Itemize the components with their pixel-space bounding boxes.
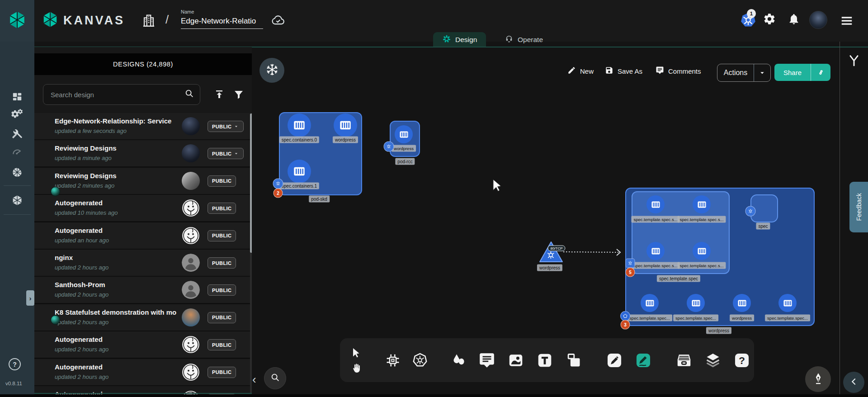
panel-expand-chevron[interactable]: › bbox=[26, 290, 34, 306]
container-node[interactable] bbox=[288, 113, 311, 137]
owner-avatar[interactable] bbox=[182, 117, 200, 135]
hand-tool-icon[interactable] bbox=[351, 363, 362, 373]
sidebar-item-kanvas[interactable] bbox=[6, 191, 28, 209]
media-tool-icon[interactable] bbox=[507, 352, 524, 369]
comment-tool-icon[interactable] bbox=[478, 352, 495, 369]
owner-avatar[interactable] bbox=[182, 254, 200, 272]
visibility-badge[interactable]: PUBLIC bbox=[208, 367, 236, 378]
text-tool-icon[interactable] bbox=[536, 352, 553, 369]
save-as-button[interactable]: Save As bbox=[605, 66, 642, 76]
visibility-badge[interactable]: PUBLIC bbox=[208, 121, 244, 132]
zoom-tool-button[interactable] bbox=[264, 367, 286, 389]
visibility-badge[interactable]: PUBLIC bbox=[208, 148, 244, 159]
search-icon[interactable] bbox=[184, 89, 194, 100]
design-list-item[interactable]: Autogeneratedupdated 10 minutes agoPUBLI… bbox=[34, 195, 252, 221]
brand[interactable]: KANVAS bbox=[42, 11, 125, 30]
owner-avatar[interactable] bbox=[182, 144, 200, 162]
new-design-button[interactable]: New bbox=[567, 66, 594, 76]
drawer-tool-icon[interactable] bbox=[675, 352, 693, 369]
comments-button[interactable]: Comments bbox=[656, 66, 701, 76]
owner-avatar[interactable] bbox=[182, 172, 200, 190]
user-avatar[interactable] bbox=[809, 11, 827, 29]
kubernetes-badge-icon[interactable] bbox=[384, 142, 394, 152]
sidebar-item-extensions[interactable] bbox=[6, 163, 28, 181]
kubernetes-tool-icon[interactable] bbox=[412, 353, 428, 368]
components-tool-icon[interactable] bbox=[385, 353, 401, 368]
chevron-down-icon[interactable] bbox=[754, 64, 770, 81]
design-list-item[interactable]: Autogeneratedupdated an hour agoPUBLIC bbox=[34, 222, 252, 249]
sidebar-logo-cell[interactable] bbox=[0, 0, 35, 42]
sidebar-item-dashboard[interactable] bbox=[6, 88, 28, 106]
cursor-tool-icon[interactable] bbox=[351, 347, 362, 358]
design-list-item[interactable]: Santhosh-Promupdated 2 hours agoPUBLIC bbox=[34, 277, 252, 303]
share-button[interactable]: Share bbox=[774, 64, 830, 81]
organization-building-icon[interactable] bbox=[141, 13, 156, 30]
service-triangle-node[interactable] bbox=[538, 241, 564, 263]
container-node[interactable] bbox=[641, 294, 659, 312]
validate-branch-icon[interactable] bbox=[847, 53, 861, 69]
pen-mode-button[interactable] bbox=[805, 366, 831, 392]
owner-avatar[interactable] bbox=[182, 281, 200, 299]
scrollbar-thumb[interactable] bbox=[250, 113, 252, 253]
container-node[interactable] bbox=[646, 195, 665, 213]
owner-avatar[interactable] bbox=[182, 199, 200, 217]
help-tool-icon[interactable]: ? bbox=[733, 352, 750, 369]
feedback-tab[interactable]: Feedback bbox=[849, 182, 868, 232]
owner-avatar[interactable] bbox=[182, 363, 200, 381]
owner-avatar[interactable] bbox=[182, 308, 200, 326]
design-list-scrollbar[interactable] bbox=[250, 113, 252, 393]
note-tool-icon[interactable] bbox=[565, 352, 582, 369]
container-node[interactable] bbox=[646, 242, 665, 260]
container-node[interactable] bbox=[693, 242, 711, 260]
network-edge[interactable] bbox=[562, 246, 626, 258]
container-node[interactable] bbox=[733, 294, 751, 312]
visibility-badge[interactable]: PUBLIC bbox=[208, 284, 236, 296]
sidebar-item-performance[interactable] bbox=[6, 143, 28, 161]
design-list-item[interactable]: nginxupdated 2 hours agoPUBLIC bbox=[34, 250, 252, 276]
visibility-badge[interactable]: PUBLIC bbox=[208, 312, 236, 323]
design-list-item[interactable]: Autogeneratedupdated 2 hours agoPUBLIC bbox=[34, 331, 252, 358]
owner-avatar[interactable] bbox=[182, 227, 200, 245]
design-list-item[interactable]: Reviewing Designsupdated a minute agoPUB… bbox=[34, 140, 252, 166]
import-design-icon[interactable] bbox=[213, 88, 226, 101]
container-node[interactable] bbox=[288, 160, 311, 183]
container-node[interactable] bbox=[693, 195, 711, 213]
right-panel-collapse-button[interactable] bbox=[843, 372, 864, 393]
pen-tool-icon[interactable] bbox=[606, 352, 623, 369]
tab-operate[interactable]: Operate bbox=[495, 32, 552, 47]
sketch-tool-icon[interactable] bbox=[635, 352, 652, 369]
visibility-badge[interactable]: PUBLIC bbox=[208, 339, 236, 350]
visibility-badge[interactable]: PUBLIC bbox=[208, 257, 236, 269]
visibility-badge[interactable]: PUBLIC bbox=[208, 203, 236, 214]
conflict-count-badge[interactable]: 2 bbox=[274, 189, 283, 198]
conflict-count-badge[interactable]: 3 bbox=[621, 320, 630, 330]
tab-design[interactable]: Design bbox=[433, 32, 486, 47]
hamburger-menu-icon[interactable] bbox=[840, 14, 854, 29]
shapes-tool-icon[interactable] bbox=[451, 353, 467, 368]
canvas-logo-button[interactable] bbox=[259, 58, 284, 83]
visibility-badge[interactable]: PUBLIC bbox=[208, 175, 236, 187]
design-search-input[interactable] bbox=[43, 91, 184, 99]
sidebar-item-lifecycle[interactable] bbox=[6, 105, 28, 123]
kubernetes-badge-icon[interactable] bbox=[745, 206, 756, 217]
conflict-count-badge[interactable]: 5 bbox=[626, 268, 635, 277]
design-name-input[interactable] bbox=[181, 16, 263, 29]
visibility-badge[interactable]: PUBLIC bbox=[208, 230, 236, 241]
actions-dropdown-button[interactable]: Actions bbox=[717, 64, 771, 82]
design-list-item[interactable]: Autogeneratedupdated 2 hours agoPUBLIC bbox=[34, 359, 252, 385]
layers-tool-icon[interactable] bbox=[704, 352, 722, 369]
owner-avatar[interactable] bbox=[182, 336, 200, 354]
sidebar-item-configuration[interactable] bbox=[6, 125, 28, 143]
kubernetes-badge-icon[interactable] bbox=[273, 179, 283, 189]
settings-gear-icon[interactable] bbox=[763, 13, 776, 27]
notifications-bell-icon[interactable] bbox=[788, 13, 800, 27]
container-node[interactable] bbox=[778, 294, 797, 312]
kubernetes-badge-icon[interactable] bbox=[626, 259, 635, 268]
design-list-item[interactable]: K8 Statefulset demonstration with moupda… bbox=[34, 304, 252, 331]
copy-link-icon[interactable] bbox=[811, 64, 830, 81]
design-list-item[interactable]: Edge-Network-Relationship: Serviceupdate… bbox=[34, 113, 252, 139]
container-node[interactable] bbox=[687, 294, 705, 312]
design-list-item[interactable]: Reviewing Designsupdated 2 minutes agoPU… bbox=[34, 168, 252, 194]
filter-funnel-icon[interactable] bbox=[232, 88, 245, 101]
help-button[interactable]: ? bbox=[9, 358, 21, 370]
